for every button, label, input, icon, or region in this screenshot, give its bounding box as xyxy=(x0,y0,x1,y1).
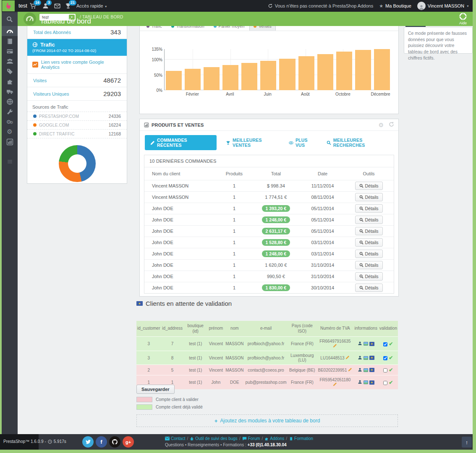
products-tab-meilleures-recherches[interactable]: MEILLEURES RECHERCHES xyxy=(327,138,393,148)
validation-checkbox[interactable] xyxy=(383,356,387,360)
chart-bar[interactable] xyxy=(374,49,390,90)
github-icon[interactable] xyxy=(109,436,120,448)
alerts-trophy-icon[interactable]: 21 xyxy=(65,3,72,9)
edit-pencil-icon[interactable] xyxy=(348,367,352,372)
eu-flag-icon[interactable]: ★ xyxy=(369,368,374,372)
chart-bar[interactable] xyxy=(298,56,314,90)
validation-checkbox[interactable] xyxy=(383,381,387,385)
details-button[interactable]: Détails xyxy=(355,272,383,281)
sidebar-item-stats[interactable] xyxy=(2,137,18,147)
my-shop-link[interactable]: ★ Ma Boutique xyxy=(379,3,411,9)
chart-bar[interactable] xyxy=(336,52,352,90)
details-button[interactable]: Détails xyxy=(355,238,383,247)
sidebar-item-catalog[interactable] xyxy=(2,36,18,46)
sidebar-collapse-icon[interactable] xyxy=(2,156,18,166)
chart-tab-ventes[interactable]: Ventes xyxy=(249,26,276,31)
footer-link-forum[interactable]: Forum xyxy=(242,436,260,441)
chart-bar[interactable] xyxy=(222,65,238,90)
products-tab-commandes-récentes[interactable]: COMMANDES RÉCENTES xyxy=(145,135,217,150)
sidebar-item-administration[interactable]: ⚙ xyxy=(2,127,18,137)
sidebar-item-modules[interactable] xyxy=(2,76,18,86)
validation-checkbox[interactable] xyxy=(383,368,387,372)
scroll-to-top-button[interactable]: ↑ xyxy=(462,437,472,448)
chart-bar[interactable] xyxy=(241,63,257,90)
footer-link-addons[interactable]: Addons xyxy=(264,436,284,441)
subscribers-row[interactable]: Total des Abonnés 343 xyxy=(27,26,127,39)
eu-flag-icon[interactable]: ★ xyxy=(369,380,374,385)
address-map-icon[interactable] xyxy=(364,356,368,360)
traffic-source-row[interactable]: DIRECT TRAFFIC12168 xyxy=(27,130,127,138)
chart-bar[interactable] xyxy=(185,69,201,90)
help-button[interactable]: Aide xyxy=(456,13,470,25)
shop-name[interactable]: test xyxy=(18,3,27,9)
chart-bar[interactable] xyxy=(166,71,182,90)
sidebar-item-advanced-parameters[interactable]: ⚙⚙ xyxy=(2,117,18,127)
panel-settings-gear-icon[interactable]: ⚙ xyxy=(378,122,384,128)
sidebar-item-localization[interactable] xyxy=(2,96,18,107)
eu-flag-icon[interactable]: ★ xyxy=(369,342,374,346)
validation-checkbox[interactable] xyxy=(383,342,387,346)
validated-check-icon[interactable]: ✔ xyxy=(389,341,393,347)
customers-icon[interactable]: 3 xyxy=(42,3,49,9)
products-tab-meilleures-ventes[interactable]: MEILLEURES VENTES xyxy=(226,138,280,148)
address-map-icon[interactable] xyxy=(364,342,368,346)
sidebar-item-preferences[interactable] xyxy=(2,107,18,117)
validated-check-icon[interactable]: ✔ xyxy=(389,355,393,361)
validated-check-icon[interactable]: ✔ xyxy=(389,367,393,373)
chart-bar[interactable] xyxy=(317,54,333,90)
details-button[interactable]: Détails xyxy=(355,261,383,269)
twitter-icon[interactable] xyxy=(82,436,94,448)
traffic-source-row[interactable]: GOOGLE.COM16224 xyxy=(27,121,127,130)
chart-bar[interactable] xyxy=(279,59,295,90)
address-map-icon[interactable] xyxy=(364,368,368,372)
messages-icon[interactable] xyxy=(54,3,61,9)
chart-bar[interactable] xyxy=(260,61,276,90)
visits-row[interactable]: Visites 48672 xyxy=(27,74,127,87)
facebook-icon[interactable]: f xyxy=(96,436,107,448)
details-button[interactable]: Détails xyxy=(355,193,383,201)
search-button[interactable] xyxy=(2,13,18,26)
add-modules-link[interactable]: +Ajoutez des modules à votre tableau de … xyxy=(136,414,398,427)
edit-pencil-icon[interactable] xyxy=(333,344,337,349)
footer-link-contact[interactable]: Contact xyxy=(165,436,185,441)
quick-access-menu[interactable]: Accès rapide ▼ xyxy=(76,3,107,8)
details-button[interactable]: Détails xyxy=(355,227,383,235)
addons-status[interactable]: Vous n'êtes pas connecté à PrestaShop Ad… xyxy=(268,3,374,8)
customer-person-icon[interactable] xyxy=(358,367,362,373)
details-button[interactable]: Détails xyxy=(355,284,383,292)
googleplus-icon[interactable]: g+ xyxy=(123,436,134,448)
user-menu[interactable]: Vincent MASSON ▼ xyxy=(417,2,469,10)
customer-person-icon[interactable] xyxy=(358,355,362,361)
chart-tab-trafic[interactable]: Trafic xyxy=(142,26,166,31)
panel-refresh-icon[interactable] xyxy=(389,122,394,128)
sidebar-item-shipping[interactable] xyxy=(2,86,18,96)
sidebar-item-orders[interactable] xyxy=(2,46,18,56)
details-button[interactable]: Détails xyxy=(355,182,383,190)
traffic-source-row[interactable]: PRESTASHOP.COM24336 xyxy=(27,112,127,121)
cart-icon[interactable]: 16 xyxy=(29,3,37,9)
chart-tab-panier-moyen[interactable]: Panier moyen xyxy=(209,26,249,31)
eu-flag-icon[interactable]: ★ xyxy=(369,356,374,360)
chart-bar[interactable] xyxy=(204,67,220,90)
footer-link-formation[interactable]: Formation xyxy=(289,436,313,441)
sidebar-item-customers[interactable] xyxy=(2,56,18,66)
customer-person-icon[interactable] xyxy=(358,341,362,346)
details-button[interactable]: Détails xyxy=(355,216,383,224)
edit-pencil-icon[interactable] xyxy=(333,382,337,387)
products-tab-plus-vus[interactable]: PLUS VUS xyxy=(289,138,317,148)
validated-check-icon[interactable]: ✔ xyxy=(389,380,393,385)
chart-tab-transformation[interactable]: Transformation xyxy=(167,26,209,31)
unique-visitors-row[interactable]: Visiteurs Uniques 29203 xyxy=(27,87,127,101)
chart-bar[interactable] xyxy=(355,50,371,90)
address-map-icon[interactable] xyxy=(364,380,368,384)
details-button[interactable]: Détails xyxy=(355,250,383,258)
prestashop-logo[interactable] xyxy=(2,0,15,11)
sidebar-item-dashboard[interactable] xyxy=(2,26,18,36)
footer-link-outil-de-suivi-des-bugs[interactable]: Outil de suivi des bugs xyxy=(190,436,238,441)
customer-person-icon[interactable] xyxy=(358,380,362,385)
sidebar-item-price-rules[interactable] xyxy=(2,66,18,76)
edit-pencil-icon[interactable] xyxy=(345,355,350,360)
details-button[interactable]: Détails xyxy=(355,204,383,213)
google-analytics-link[interactable]: Lien vers votre compte Google Analytics xyxy=(27,56,127,74)
save-button[interactable]: Sauvegarder xyxy=(136,385,175,394)
